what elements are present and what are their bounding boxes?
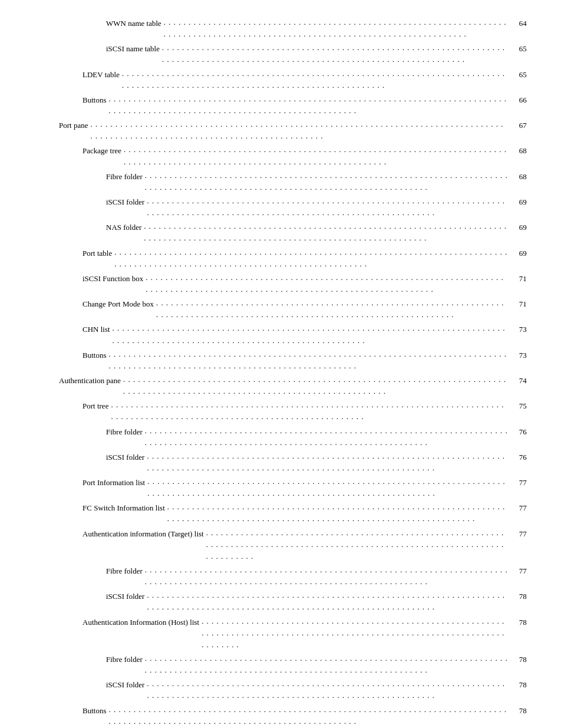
entry-dots	[206, 527, 508, 563]
entry-dots	[123, 374, 508, 398]
entry-dots	[146, 272, 508, 296]
entry-page: 76	[510, 452, 527, 463]
entry-dots	[147, 476, 508, 500]
entry-page: 77	[510, 528, 527, 540]
entry-dots	[113, 322, 508, 347]
entry-page: 78	[510, 591, 527, 602]
entry-dots	[114, 246, 508, 271]
entry-label: Port pane	[59, 120, 88, 131]
entry-page: 78	[510, 705, 527, 717]
toc-entry: FC Switch Information list77	[35, 502, 527, 526]
entry-page: 73	[510, 350, 527, 361]
entry-dots	[145, 425, 508, 449]
entry-label: FC Switch Information list	[82, 502, 165, 514]
toc-entry: iSCSI folder78	[35, 591, 527, 615]
toc-entry: iSCSI folder69	[35, 196, 527, 220]
entry-page: 67	[510, 120, 527, 131]
toc-entry: Port table69	[35, 248, 527, 272]
entry-label: LDEV table	[82, 69, 120, 81]
entry-page: 73	[510, 324, 527, 335]
entry-dots	[156, 297, 508, 321]
entry-dots	[108, 348, 508, 373]
toc-entry: Fibre folder78	[35, 654, 527, 678]
toc-entry: Buttons78	[35, 705, 527, 728]
entry-dots	[108, 93, 508, 117]
entry-page: 65	[510, 43, 527, 55]
entry-label: iSCSI folder	[106, 679, 144, 691]
entry-page: 78	[510, 679, 527, 691]
entry-page: 64	[510, 18, 527, 29]
entry-dots	[201, 615, 508, 651]
entry-dots	[147, 589, 508, 614]
entry-label: Package tree	[82, 145, 121, 157]
entry-dots	[147, 195, 508, 219]
entry-page: 68	[510, 145, 527, 157]
toc-entry: iSCSI folder78	[35, 679, 527, 703]
toc-entry: iSCSI Function box71	[35, 273, 527, 297]
entry-label: Buttons	[82, 705, 106, 717]
entry-dots	[90, 118, 508, 143]
toc-entry: Authentication Information (Host) list78	[35, 617, 527, 653]
entry-page: 65	[510, 69, 527, 81]
entry-label: iSCSI Function box	[82, 273, 143, 285]
toc-entry: WWN name table64	[35, 18, 527, 42]
entry-page: 75	[510, 400, 527, 412]
entry-page: 77	[510, 502, 527, 514]
entry-label: Port Information list	[82, 477, 145, 489]
toc-entry: Buttons73	[35, 350, 527, 374]
entry-label: Fibre folder	[106, 426, 143, 438]
entry-label: CHN list	[82, 324, 110, 335]
toc-entry: Port Information list77	[35, 477, 527, 501]
entry-dots	[164, 17, 508, 41]
entry-page: 74	[510, 375, 527, 387]
entry-dots	[111, 399, 508, 423]
toc-container: WWN name table64iSCSI name table65LDEV t…	[35, 18, 527, 728]
entry-label: iSCSI folder	[106, 591, 144, 602]
toc-entry: Authentication pane74	[35, 375, 527, 399]
toc-entry: Fibre folder76	[35, 426, 527, 450]
entry-label: Buttons	[82, 94, 106, 106]
toc-entry: Package tree68	[35, 145, 527, 169]
entry-page: 71	[510, 273, 527, 285]
toc-entry: Change Port Mode box71	[35, 298, 527, 322]
entry-page: 76	[510, 426, 527, 438]
toc-entry: iSCSI folder76	[35, 452, 527, 476]
entry-label: Authentication pane	[59, 375, 121, 387]
entry-page: 66	[510, 94, 527, 106]
entry-label: iSCSI folder	[106, 452, 144, 463]
entry-page: 68	[510, 171, 527, 183]
entry-dots	[167, 501, 508, 525]
toc-entry: Port pane67	[35, 120, 527, 144]
entry-dots	[108, 704, 508, 728]
entry-page: 77	[510, 565, 527, 577]
toc-entry: Fibre folder68	[35, 171, 527, 195]
toc-entry: Authentication information (Target) list…	[35, 528, 527, 564]
entry-label: Change Port Mode box	[82, 298, 154, 310]
entry-label: iSCSI name table	[106, 43, 160, 55]
entry-label: Port table	[82, 248, 112, 259]
entry-page: 69	[510, 248, 527, 259]
entry-label: NAS folder	[106, 222, 141, 233]
entry-page: 69	[510, 222, 527, 233]
entry-dots	[147, 450, 508, 475]
entry-dots	[124, 144, 508, 168]
entry-label: Fibre folder	[106, 654, 143, 666]
entry-page: 78	[510, 617, 527, 628]
entry-page: 77	[510, 477, 527, 489]
toc-entry: iSCSI name table65	[35, 43, 527, 67]
toc-entry: Buttons66	[35, 94, 527, 118]
entry-page: 69	[510, 196, 527, 208]
entry-dots	[147, 678, 508, 702]
entry-label: WWN name table	[106, 18, 161, 29]
entry-label: iSCSI folder	[106, 196, 144, 208]
entry-label: Buttons	[82, 350, 106, 361]
toc-entry: CHN list73	[35, 324, 527, 348]
entry-dots	[122, 68, 508, 92]
entry-page: 78	[510, 654, 527, 666]
entry-dots	[145, 564, 508, 588]
toc-entry: Port tree75	[35, 400, 527, 424]
entry-page: 71	[510, 298, 527, 310]
entry-label: Fibre folder	[106, 171, 143, 183]
entry-dots	[144, 220, 508, 245]
entry-label: Authentication information (Target) list	[82, 528, 204, 540]
